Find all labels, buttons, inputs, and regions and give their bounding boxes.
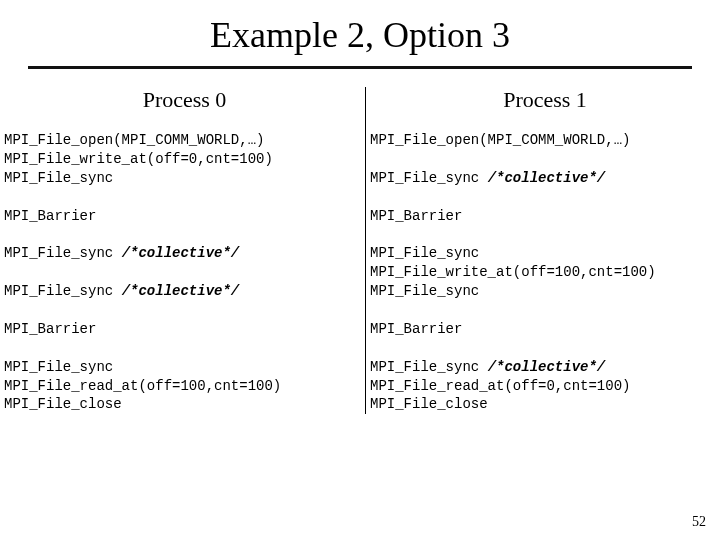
code-text — [4, 189, 12, 205]
title-rule — [28, 66, 692, 69]
code-line — [370, 188, 720, 207]
code-text: MPI_File_open(MPI_COMM_WORLD,…) — [370, 132, 630, 148]
code-line: MPI_File_sync — [370, 282, 720, 301]
column-header: Process 0 — [4, 87, 365, 113]
code-text: MPI_Barrier — [4, 321, 96, 337]
code-text — [370, 340, 378, 356]
code-line — [4, 263, 365, 282]
code-text: MPI_File_sync — [4, 245, 122, 261]
code-text: MPI_Barrier — [370, 321, 462, 337]
code-comment: /*collective*/ — [488, 170, 606, 186]
code-text — [4, 302, 12, 318]
code-line — [370, 339, 720, 358]
code-line: MPI_File_open(MPI_COMM_WORLD,…) — [4, 131, 365, 150]
code-line: MPI_Barrier — [370, 207, 720, 226]
code-text — [370, 151, 378, 167]
code-line — [4, 339, 365, 358]
code-line: MPI_Barrier — [370, 320, 720, 339]
code-line — [370, 225, 720, 244]
code-line: MPI_File_sync /*collective*/ — [370, 358, 720, 377]
code-text: MPI_File_open(MPI_COMM_WORLD,…) — [4, 132, 264, 148]
code-text: MPI_File_write_at(off=0,cnt=100) — [4, 151, 273, 167]
column-process-1: Process 1 MPI_File_open(MPI_COMM_WORLD,…… — [365, 87, 720, 414]
code-text: MPI_File_read_at(off=0,cnt=100) — [370, 378, 630, 394]
code-text — [4, 340, 12, 356]
code-line — [4, 301, 365, 320]
code-text: MPI_Barrier — [4, 208, 96, 224]
code-text: MPI_File_write_at(off=100,cnt=100) — [370, 264, 656, 280]
code-text — [4, 264, 12, 280]
code-comment: /*collective*/ — [122, 245, 240, 261]
code-line — [370, 150, 720, 169]
column-header: Process 1 — [370, 87, 720, 113]
code-text — [4, 226, 12, 242]
code-text: MPI_File_close — [4, 396, 122, 412]
code-line: MPI_File_sync — [370, 244, 720, 263]
code-text: MPI_Barrier — [370, 208, 462, 224]
code-line: MPI_File_sync — [4, 358, 365, 377]
code-text: MPI_File_sync — [4, 170, 113, 186]
code-line — [4, 225, 365, 244]
code-text: MPI_File_sync — [370, 283, 479, 299]
code-text: MPI_File_sync — [4, 283, 122, 299]
code-line: MPI_File_read_at(off=100,cnt=100) — [4, 377, 365, 396]
code-line: MPI_File_read_at(off=0,cnt=100) — [370, 377, 720, 396]
slide-title: Example 2, Option 3 — [0, 0, 720, 66]
code-text: MPI_File_close — [370, 396, 488, 412]
code-line: MPI_Barrier — [4, 320, 365, 339]
code-block: MPI_File_open(MPI_COMM_WORLD,…) MPI_File… — [370, 131, 720, 414]
code-text: MPI_File_sync — [370, 359, 488, 375]
code-line: MPI_File_sync /*collective*/ — [370, 169, 720, 188]
code-block: MPI_File_open(MPI_COMM_WORLD,…)MPI_File_… — [4, 131, 365, 414]
slide: Example 2, Option 3 Process 0 MPI_File_o… — [0, 0, 720, 540]
code-line: MPI_File_close — [370, 395, 720, 414]
code-line: MPI_File_write_at(off=100,cnt=100) — [370, 263, 720, 282]
code-text: MPI_File_sync — [370, 245, 479, 261]
code-line: MPI_File_open(MPI_COMM_WORLD,…) — [370, 131, 720, 150]
code-line: MPI_File_write_at(off=0,cnt=100) — [4, 150, 365, 169]
column-process-0: Process 0 MPI_File_open(MPI_COMM_WORLD,…… — [0, 87, 365, 414]
code-line — [370, 301, 720, 320]
page-number: 52 — [692, 514, 706, 530]
code-text: MPI_File_read_at(off=100,cnt=100) — [4, 378, 281, 394]
code-line: MPI_File_sync /*collective*/ — [4, 282, 365, 301]
columns-container: Process 0 MPI_File_open(MPI_COMM_WORLD,…… — [0, 87, 720, 414]
code-comment: /*collective*/ — [122, 283, 240, 299]
code-text — [370, 302, 378, 318]
code-line: MPI_File_sync /*collective*/ — [4, 244, 365, 263]
code-text: MPI_File_sync — [4, 359, 113, 375]
code-line — [4, 188, 365, 207]
code-line: MPI_File_close — [4, 395, 365, 414]
code-text — [370, 226, 378, 242]
code-comment: /*collective*/ — [488, 359, 606, 375]
code-text — [370, 189, 378, 205]
code-line: MPI_Barrier — [4, 207, 365, 226]
code-text: MPI_File_sync — [370, 170, 488, 186]
code-line: MPI_File_sync — [4, 169, 365, 188]
